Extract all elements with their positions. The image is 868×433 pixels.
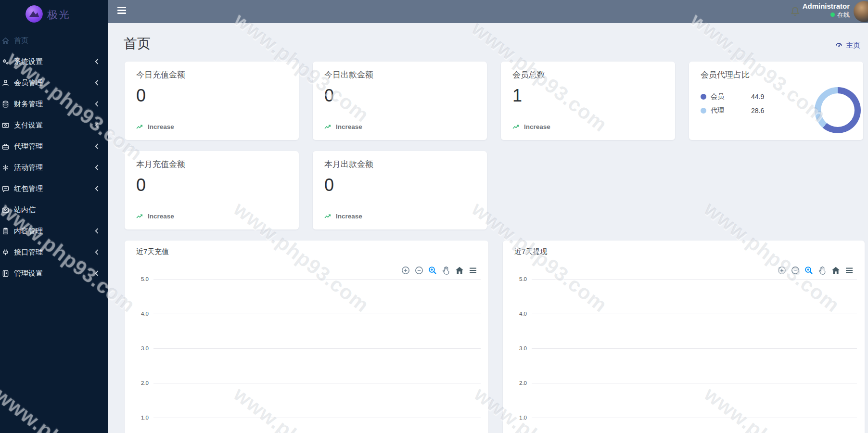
sidebar-item-content[interactable]: 内容管理 [0,220,108,242]
legend-item-member: 会员 44.9 [701,89,764,103]
trend-label: Increase [148,213,174,220]
sidebar-item-red-packets[interactable]: 红包管理 [0,178,108,199]
home-breadcrumb-link[interactable]: 主页 [835,40,860,50]
topbar: Administrator 在线 [108,0,868,23]
sidebar-item-members[interactable]: 会员管理 [0,72,108,93]
sidebar-item-home[interactable]: 首页 [0,30,108,51]
sidebar-item-payment[interactable]: 支付设置 [0,115,108,136]
sidebar-item-activities[interactable]: 活动管理 [0,157,108,178]
stat-value: 0 [136,86,146,106]
stat-title: 本月出款金额 [324,159,373,170]
chart-toolbar [777,266,854,275]
user-menu[interactable]: Administrator 在线 [803,2,850,19]
zoom-out-icon[interactable] [791,266,800,275]
donut-chart [815,87,861,133]
stat-card-month-deposit: 本月充值金额 0 Increase [125,151,299,229]
stat-value: 0 [324,175,334,195]
status-label: 在线 [837,11,850,19]
selection-zoom-icon[interactable] [804,266,814,275]
stat-title: 今日充值金额 [136,69,185,80]
home-icon [1,37,10,45]
avatar[interactable] [854,1,868,22]
y-axis-tick: 1.0 [509,415,527,420]
chevron-left-icon [95,101,99,107]
chart-plot-area[interactable]: 5.0 4.0 3.0 2.0 1.0 [125,279,488,433]
stat-trend: Increase [512,123,550,130]
reset-home-icon[interactable] [455,266,464,275]
sidebar-item-label: 财务管理 [14,100,95,109]
sidebar-item-agents[interactable]: 代理管理 [0,136,108,157]
notifications-bell-icon[interactable] [789,5,801,18]
chevron-left-icon [95,59,99,64]
member-agent-ratio-card: 会员代理占比 会员 44.9 代理 28.6 [689,62,863,140]
pan-icon[interactable] [817,266,827,275]
sidebar-item-label: 代理管理 [14,142,95,151]
user-icon [1,79,10,87]
finance-icon [1,100,10,108]
menu-icon[interactable] [844,266,854,275]
brand: 极光 [0,5,108,27]
chevron-left-icon [95,249,99,255]
zoom-in-icon[interactable] [777,266,787,275]
brand-title: 极光 [47,8,70,22]
chevron-left-icon [95,186,99,191]
donut-legend: 会员 44.9 代理 28.6 [701,89,764,117]
sidebar-menu: 首页 系统设置 会员管理 [0,30,108,284]
trend-up-icon [324,213,332,219]
stat-trend: Increase [136,213,174,220]
legend-label: 代理 [711,106,739,115]
sidebar-item-finance[interactable]: 财务管理 [0,93,108,115]
sidebar-item-site-mail[interactable]: 站内信 [0,199,108,220]
sidebar-item-system-settings[interactable]: 系统设置 [0,51,108,72]
menu-icon[interactable] [468,266,478,275]
selection-zoom-icon[interactable] [428,266,437,275]
chart-card-recharge-7days: 近7天充值 5.0 4.0 3.0 2.0 [125,241,488,433]
reset-home-icon[interactable] [831,266,841,275]
stat-card-today-withdraw: 今日出款金额 0 Increase [313,62,487,140]
home-link-label: 主页 [846,41,860,50]
zoom-out-icon[interactable] [414,266,424,275]
stat-card-today-deposit: 今日充值金额 0 Increase [125,62,299,140]
sidebar-item-label: 站内信 [14,205,99,215]
y-axis-tick: 5.0 [130,276,149,282]
username: Administrator [803,2,850,11]
y-axis-tick: 1.0 [130,415,149,420]
trend-label: Increase [336,123,362,130]
gears-icon [1,58,10,66]
sidebar: 极光 首页 系统设置 [0,0,108,433]
hamburger-menu-icon[interactable] [117,7,126,16]
trend-up-icon [136,213,144,219]
stat-value: 0 [324,86,334,106]
agent-icon [1,142,10,151]
trend-up-icon [136,124,144,130]
chart-card-withdraw-7days: 近7天提现 5.0 4.0 3.0 2.0 [503,241,865,433]
stat-value: 1 [512,86,522,106]
sidebar-item-api[interactable]: 接口管理 [0,242,108,263]
trend-label: Increase [148,123,174,130]
chart-plot-area[interactable]: 5.0 4.0 3.0 2.0 1.0 [503,279,865,433]
chevron-left-icon [95,122,99,128]
activity-icon [1,164,10,172]
sidebar-item-admin-settings[interactable]: 管理设置 [0,263,108,284]
pan-icon[interactable] [441,266,451,275]
chart-toolbar [401,266,478,275]
sidebar-item-label: 会员管理 [14,78,95,88]
status-dot-icon [830,13,835,17]
chart-title: 近7天充值 [136,247,169,256]
stat-title: 今日出款金额 [324,69,373,80]
gauge-icon [835,40,843,50]
stat-trend: Increase [324,213,362,220]
chart-title: 近7天提现 [514,247,547,256]
sidebar-item-label: 红包管理 [14,184,95,193]
online-status: 在线 [803,11,850,19]
trend-up-icon [324,124,332,130]
trend-up-icon [512,124,521,130]
stat-trend: Increase [136,123,174,130]
stat-title: 会员总数 [512,69,545,80]
y-axis-tick: 3.0 [509,345,527,351]
zoom-in-icon[interactable] [401,266,410,275]
y-axis-tick: 4.0 [509,311,527,317]
trend-label: Increase [336,213,362,220]
y-axis-tick: 3.0 [130,345,149,351]
admin-dashboard: 极光 首页 系统设置 [0,0,868,433]
